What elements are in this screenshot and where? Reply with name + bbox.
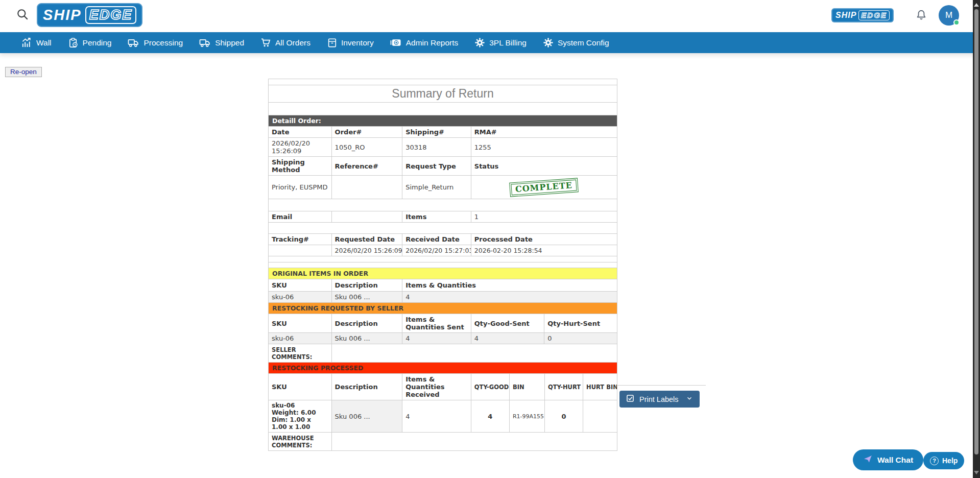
order-number-value: 1050_RO — [331, 138, 402, 157]
description-value: Sku 006 ... — [331, 400, 402, 433]
col-header-request-type: Request Type — [402, 157, 471, 176]
qty-good-sent-value: 4 — [471, 333, 544, 344]
wall-chat-button[interactable]: Wall Chat — [853, 449, 923, 470]
print-labels-label: Print Labels — [639, 395, 679, 403]
col-header-qty-hurt-sent: Qty-Hurt-Sent — [544, 314, 617, 333]
description-value: Sku 006 ... — [331, 292, 402, 303]
col-header-shipping-method: Shipping Method — [269, 157, 332, 176]
col-header-bin: BIN — [509, 374, 544, 400]
shipedge-logo[interactable]: SHIP EDGE — [37, 3, 142, 27]
original-items-table: ORIGINAL ITEMS IN ORDER SKU Description … — [268, 268, 617, 303]
gear-icon — [543, 37, 554, 48]
search-button[interactable] — [14, 7, 32, 24]
table-row: sku-06 Weight: 6.00 Dim: 1.00 x 1.00 x 1… — [269, 400, 617, 433]
nav-item-3pl-billing[interactable]: 3PL Billing — [466, 32, 535, 53]
reference-value — [331, 176, 402, 199]
help-button[interactable]: ? Help — [923, 452, 964, 469]
quantity-sent-value: 4 — [402, 333, 471, 344]
shipedge-logo-small: SHIP EDGE — [831, 8, 894, 22]
items-label: Items — [402, 211, 471, 223]
nav-label: Shipped — [215, 38, 244, 47]
wall-chart-icon — [21, 37, 32, 48]
scrollbar-up-arrow[interactable] — [974, 3, 979, 7]
nav-item-pending[interactable]: Pending — [60, 32, 120, 53]
col-header-qty-good-sent: Qty-Good-Sent — [471, 314, 544, 333]
chevron-down-icon — [686, 395, 693, 403]
nav-item-shipped[interactable]: Shipped — [191, 32, 252, 53]
col-header-sku: SKU — [269, 279, 332, 292]
nav-item-processing[interactable]: Processing — [119, 32, 191, 53]
col-header-hurt-bin: HURT BIN — [583, 374, 617, 400]
rma-number-value: 1255 — [471, 138, 617, 157]
bin-value: R1-99A155 — [509, 400, 544, 433]
spacer-row — [269, 103, 617, 115]
detail-order-table: Summary of Return Detaill Order: Date Or… — [268, 79, 617, 268]
scrollbar[interactable] — [973, 0, 980, 478]
col-header-reference: Reference# — [331, 157, 402, 176]
sku-value: sku-06 — [269, 333, 332, 344]
nav-item-all-orders[interactable]: All Orders — [252, 32, 319, 53]
paper-plane-icon — [863, 455, 872, 466]
admin-reports-icon — [390, 37, 402, 48]
spacer-row — [269, 199, 617, 211]
scrollbar-down-arrow[interactable] — [974, 471, 979, 474]
sku-detail-cell: sku-06 Weight: 6.00 Dim: 1.00 x 1.00 x 1… — [269, 400, 332, 433]
col-header-items-quantities-received: Items & Quantities Received — [402, 374, 471, 400]
shipping-method-value: Priority, EUSPMD — [269, 176, 332, 199]
items-value: 1 — [471, 211, 617, 223]
col-header-date: Date — [269, 127, 332, 138]
col-header-sku: SKU — [269, 314, 332, 333]
col-header-sku: SKU — [269, 374, 332, 400]
section-header-restocking-requested: RESTOCKING REQUESTED BY SELLER — [269, 303, 617, 314]
sku-dimensions: Dim: 1.00 x 1.00 x 1.00 — [272, 416, 328, 431]
print-labels-container: Print Labels — [617, 385, 706, 408]
status-stamp: COMPLETE — [510, 178, 579, 197]
search-icon — [16, 8, 30, 23]
col-header-rma: RMA# — [471, 127, 617, 138]
logo-ship-text: SHIP — [835, 11, 856, 20]
main-nav: Wall Pending Processing Shipped All Orde… — [0, 32, 980, 53]
sku-weight: Weight: 6.00 — [272, 409, 328, 416]
nav-item-system-config[interactable]: System Config — [535, 32, 617, 53]
checkbox-checked-icon — [626, 394, 634, 404]
nav-label: System Config — [558, 38, 609, 47]
col-header-received-date: Received Date — [402, 234, 471, 245]
col-header-processed-date: Processed Date — [471, 234, 617, 245]
nav-item-admin-reports[interactable]: Admin Reports — [382, 32, 467, 53]
col-header-requested-date: Requested Date — [331, 234, 402, 245]
nav-item-wall[interactable]: Wall — [13, 32, 60, 53]
seller-comments-value — [331, 344, 617, 363]
notifications-button[interactable] — [914, 8, 929, 23]
scrollbar-thumb[interactable] — [974, 9, 978, 455]
inventory-box-icon — [327, 37, 337, 48]
col-header-qty-good: QTY-GOOD — [471, 374, 509, 400]
qty-hurt-sent-value: 0 — [544, 333, 617, 344]
spacer-row — [269, 79, 617, 85]
seller-comments-label: SELLER COMMENTS: — [269, 344, 332, 363]
section-header-restocking-processed: RESTOCKING PROCESSED — [269, 363, 617, 374]
col-header-order: Order# — [331, 127, 402, 138]
clipboard-clock-icon — [68, 37, 79, 48]
hurt-bin-value — [583, 400, 617, 433]
table-row: sku-06 Sku 006 ... 4 — [269, 292, 617, 303]
help-label: Help — [942, 457, 958, 465]
col-header-items-quantities: Items & Quantities — [402, 279, 617, 292]
avatar-initial: M — [945, 10, 952, 20]
quantity-value: 4 — [402, 292, 617, 303]
nav-label: Admin Reports — [406, 38, 459, 47]
truck-icon — [128, 37, 139, 48]
request-type-value: Simple_Return — [402, 176, 471, 199]
col-header-shipping: Shipping# — [402, 127, 471, 138]
nav-item-inventory[interactable]: Inventory — [319, 32, 382, 53]
user-avatar[interactable]: M — [939, 5, 959, 26]
page-title: Summary of Return — [269, 85, 617, 103]
print-labels-button[interactable]: Print Labels — [619, 391, 700, 408]
logo-edge-text: EDGE — [85, 6, 137, 24]
tracking-value — [269, 245, 332, 256]
sku-value: sku-06 — [269, 292, 332, 303]
col-header-description: Description — [331, 279, 402, 292]
wall-chat-label: Wall Chat — [877, 456, 913, 465]
warehouse-comments-value — [331, 433, 617, 451]
email-label: Email — [269, 211, 332, 223]
reopen-button[interactable]: Re-open — [5, 67, 42, 77]
